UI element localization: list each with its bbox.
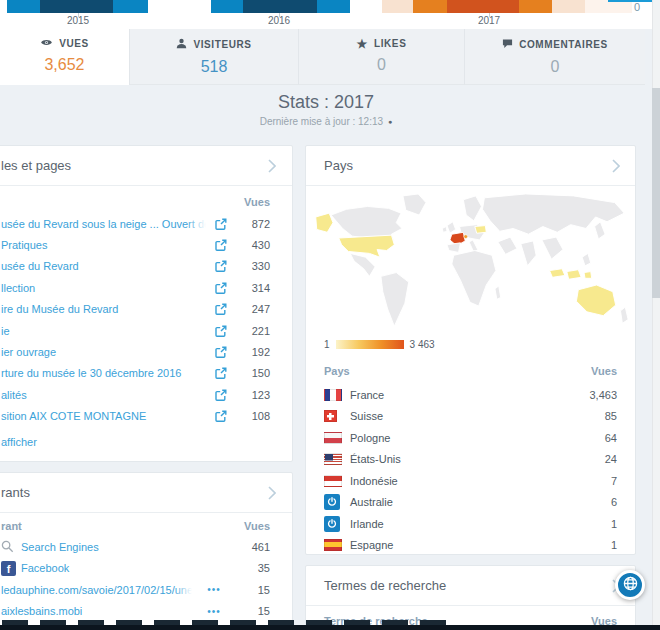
article-row: ie 221: [1, 320, 270, 341]
timeline-segment[interactable]: [382, 0, 413, 13]
articles-panel-header[interactable]: les et pages: [0, 146, 292, 186]
article-row: usée du Revard 330: [1, 256, 270, 277]
article-views: 330: [236, 260, 270, 272]
timeline-segment[interactable]: [0, 0, 7, 13]
timeline-segment[interactable]: [7, 0, 40, 13]
tab-vues[interactable]: VUES 3,652: [0, 29, 130, 85]
article-link[interactable]: ie: [1, 325, 206, 337]
chevron-right-icon[interactable]: [612, 159, 620, 173]
scrollbar-thumb[interactable]: [652, 88, 660, 298]
referrers-panel-header[interactable]: rants: [0, 473, 292, 513]
tab-label: LIKES: [374, 38, 406, 49]
referrer-views: 461: [236, 541, 270, 553]
article-row: ier ouvrage 192: [1, 341, 270, 362]
article-row: alités 123: [1, 384, 270, 405]
article-views: 123: [236, 389, 270, 401]
chevron-right-icon[interactable]: [268, 486, 276, 500]
timeline-segment[interactable]: [317, 0, 350, 13]
tab-commentaires[interactable]: COMMENTAIRES 0: [465, 29, 645, 85]
article-link[interactable]: usée du Revard sous la neige ... Ouvert …: [1, 218, 206, 230]
referrer-link[interactable]: ledauphine.com/savoie/2017/02/15/une-vis…: [1, 584, 192, 596]
article-views: 192: [236, 346, 270, 358]
referrer-link[interactable]: Facebook: [21, 562, 236, 574]
legend-max: 3 463: [410, 339, 435, 350]
country-views: 24: [605, 453, 617, 465]
country-views: 6: [611, 496, 617, 508]
timeline-segment[interactable]: [552, 0, 585, 13]
ellipsis-menu-icon[interactable]: •••: [192, 606, 236, 617]
last-update-text: Dernière mise à jour : 12:13●: [0, 116, 652, 127]
timeline-segment[interactable]: [211, 0, 243, 13]
country-name: Suisse: [350, 410, 605, 422]
referrer-link[interactable]: Search Engines: [21, 541, 236, 553]
external-link-icon[interactable]: [206, 389, 236, 401]
countries-panel-header[interactable]: Pays: [306, 146, 635, 186]
country-row: Espagne 1: [324, 535, 617, 556]
article-row: usée du Revard sous la neige ... Ouvert …: [1, 213, 270, 234]
timeline-segment[interactable]: [447, 0, 519, 13]
external-link-icon[interactable]: [206, 325, 236, 337]
country-row: Australie 6: [324, 492, 617, 514]
country-views: 85: [605, 410, 617, 422]
country-name: Australie: [350, 496, 611, 508]
search-terms-panel-header[interactable]: Termes de recherche: [306, 566, 635, 606]
flag-poland-icon: [324, 432, 342, 444]
article-link[interactable]: ire du Musée du Revard: [1, 303, 206, 315]
tab-label: VUES: [59, 38, 89, 49]
flag-indonesia-icon: [324, 475, 342, 487]
article-link[interactable]: llection: [1, 282, 206, 294]
tab-likes[interactable]: ★ LIKES 0: [299, 29, 465, 85]
country-row: Irlande 1: [324, 513, 617, 535]
external-link-icon[interactable]: [206, 303, 236, 315]
taskbar-edge: [0, 625, 660, 630]
ellipsis-menu-icon[interactable]: •••: [192, 584, 236, 595]
external-link-icon[interactable]: [206, 367, 236, 379]
country-name: France: [350, 389, 589, 401]
timeline-segment[interactable]: [40, 0, 113, 13]
comment-icon: [502, 38, 513, 51]
timeline-segment[interactable]: [519, 0, 552, 13]
country-row: Pologne 64: [324, 427, 617, 449]
country-views: 1: [611, 518, 617, 530]
referrer-views: 15: [236, 584, 270, 596]
scrollbar-track[interactable]: [652, 0, 660, 630]
status-dot-icon: ●: [388, 118, 392, 125]
countries-panel: Pays: [305, 145, 636, 555]
timeline-band: 2015 2016 2017: [0, 0, 652, 29]
tab-label: VISITEURS: [193, 39, 251, 50]
country-row: France 3,463: [324, 384, 617, 406]
external-link-icon[interactable]: [206, 410, 236, 422]
views-column-header: Vues: [0, 186, 292, 211]
article-link[interactable]: ier ouvrage: [1, 346, 206, 358]
flag-spain-icon: [324, 539, 342, 551]
article-link[interactable]: alités: [1, 389, 206, 401]
timeline-segment[interactable]: [113, 0, 148, 13]
timeline-segment[interactable]: [243, 0, 317, 13]
external-link-icon[interactable]: [206, 346, 236, 358]
timeline-right-count: 0: [634, 1, 640, 13]
referrer-link[interactable]: aixlesbains.mobi: [1, 605, 192, 617]
article-link[interactable]: rture du musée le 30 décembre 2016: [1, 367, 206, 379]
stats-tabs: VUES 3,652 VISITEURS 518 ★ LIKES 0 COMME…: [0, 29, 645, 85]
country-views: 1: [611, 539, 617, 551]
timeline-segment[interactable]: [350, 0, 382, 13]
tab-visiteurs[interactable]: VISITEURS 518: [130, 29, 299, 85]
facebook-icon: [1, 561, 21, 576]
timeline-segment[interactable]: [148, 0, 211, 13]
chevron-right-icon[interactable]: [268, 159, 276, 173]
country-name: Irlande: [350, 518, 611, 530]
referrers-list: Search Engines 461 Facebook 35 ledauphin…: [0, 534, 292, 630]
article-link[interactable]: usée du Revard: [1, 260, 206, 272]
timeline[interactable]: [0, 0, 652, 13]
flag-france-icon: [324, 389, 342, 401]
article-link[interactable]: sition AIX COTE MONTAGNE: [1, 410, 206, 422]
external-link-icon[interactable]: [206, 260, 236, 272]
timeline-segment[interactable]: [413, 0, 447, 13]
year-tick: [489, 13, 490, 17]
article-link[interactable]: Pratiques: [1, 239, 206, 251]
external-link-icon[interactable]: [206, 218, 236, 230]
external-link-icon[interactable]: [206, 239, 236, 251]
show-all-link[interactable]: afficher: [0, 427, 292, 448]
globe-widget-button[interactable]: [615, 570, 645, 600]
external-link-icon[interactable]: [206, 282, 236, 294]
